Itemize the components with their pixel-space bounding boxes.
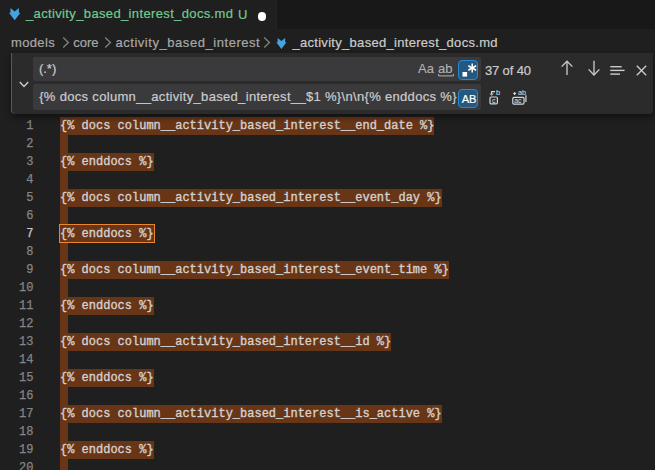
svg-text:b: b [495,88,499,97]
svg-text:ac: ac [514,97,522,104]
svg-text:c: c [491,97,495,104]
svg-text:ab: ab [518,88,526,97]
